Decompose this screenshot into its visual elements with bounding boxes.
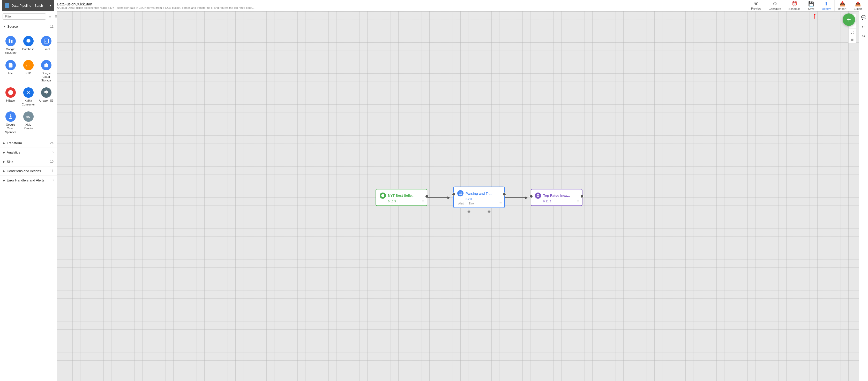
analytics-section-title: Analytics (7, 151, 52, 154)
pipeline-selector[interactable]: Data Pipeline - Batch ▾ (2, 0, 54, 11)
transform-node-card[interactable]: Parsing and Tr... 3.2.3 Alert Error ≡ (453, 187, 505, 208)
source-section-header[interactable]: ▼ Source 11 (0, 22, 57, 31)
plugin-gcs[interactable]: Google Cloud Storage (38, 58, 55, 85)
plugin-spanner[interactable]: Google Cloud Spanner (2, 109, 19, 136)
canvas-area[interactable]: + − ⛶ ⊞ 💬 ↩ ↪ NYT Best Selle... (57, 11, 868, 381)
source-node-version: 0.11.3 (388, 199, 423, 203)
grid-view-button[interactable]: ⊞ (53, 14, 57, 20)
transform-bottom-ports (454, 210, 504, 213)
svg-line-16 (29, 93, 30, 94)
transform-input-port[interactable] (452, 192, 456, 196)
source-node-card[interactable]: NYT Best Selle... 0.11.3 ≡ (376, 189, 427, 206)
alert-label: Alert (458, 202, 464, 205)
list-view-button[interactable]: ≡ (48, 14, 52, 20)
plugin-kafka[interactable]: Kafka Consumer (20, 85, 37, 108)
add-fab-button[interactable]: + (843, 13, 855, 26)
svg-point-18 (9, 116, 11, 117)
ftp-label: FTP (26, 71, 31, 75)
export-button[interactable]: 📤 Export (850, 0, 866, 11)
transform-node-version: 3.2.3 (466, 197, 501, 200)
hbase-label: HBase (6, 99, 15, 102)
svg-text:HB: HB (9, 92, 11, 94)
svg-rect-0 (8, 39, 10, 43)
transform-node-menu[interactable]: ≡ (499, 201, 502, 205)
excel-icon: X (41, 36, 52, 46)
sink-node-card[interactable]: Top Rated Inex... 0.11.3 ≡ (531, 189, 583, 206)
title-section: DataFusionQuickStart A Cloud Data Fusion… (54, 1, 747, 10)
fit-to-screen-button[interactable]: ⛶ (848, 29, 856, 36)
sink-section-title: Sink (7, 160, 50, 164)
svg-text:S3: S3 (45, 92, 47, 94)
app-desc: A Cloud Data Fusion pipeline that reads … (57, 6, 744, 9)
comment-button[interactable]: 💬 (860, 13, 867, 21)
svg-text:X: X (45, 40, 46, 43)
save-button[interactable]: 💾 Save (804, 0, 818, 11)
connector-line-1 (427, 197, 448, 197)
error-handlers-arrow-icon: ▶ (3, 179, 5, 182)
preview-button[interactable]: 👁 Preview (747, 0, 765, 11)
minimap-button[interactable]: ⊞ (848, 36, 856, 43)
main-layout: ≡ ⊞ « ▼ Source 11 Google BigQuery (0, 11, 868, 381)
filter-input[interactable] (3, 13, 46, 20)
plugin-hbase[interactable]: HB HBase (2, 85, 19, 108)
conditions-section-title: Conditions and Actions (7, 169, 50, 173)
excel-label: Excel (43, 47, 50, 51)
svg-text:XML: XML (26, 116, 30, 118)
error-port[interactable] (488, 210, 491, 213)
import-button[interactable]: 📥 Import (835, 0, 850, 11)
transform-section-header[interactable]: ▶ Transform 26 (0, 138, 57, 148)
plugin-bigquery[interactable]: Google BigQuery (2, 34, 19, 57)
sink-node-version: 0.11.3 (543, 199, 578, 203)
svg-line-15 (27, 93, 28, 94)
plugin-database[interactable]: Database (20, 34, 37, 57)
svg-point-8 (28, 92, 29, 94)
source-arrow-icon: ▼ (3, 25, 6, 28)
schedule-button[interactable]: ⏰ Schedule (785, 0, 804, 11)
deploy-label: Deploy (822, 7, 831, 10)
alert-port[interactable] (467, 210, 470, 213)
plugin-excel[interactable]: X Excel (38, 34, 55, 57)
import-label: Import (838, 7, 846, 10)
plugin-file[interactable]: File (2, 58, 19, 85)
sink-node-menu[interactable]: ≡ (577, 198, 579, 203)
configure-label: Configure (769, 7, 781, 10)
configure-button[interactable]: ⚙ Configure (765, 0, 785, 11)
transform-section-title: Transform (7, 141, 50, 145)
svg-rect-6 (45, 65, 47, 67)
configure-icon: ⚙ (773, 1, 777, 7)
error-handlers-section-header[interactable]: ▶ Error Handlers and Alerts 3 (0, 176, 57, 185)
pipeline-canvas: NYT Best Selle... 0.11.3 ≡ ▶ (376, 187, 583, 208)
transform-pipeline-node[interactable]: Parsing and Tr... 3.2.3 Alert Error ≡ (453, 187, 505, 208)
deploy-button[interactable]: ⬆ Deploy (818, 0, 835, 11)
spanner-label: Google Cloud Spanner (3, 123, 18, 134)
svg-line-13 (27, 91, 28, 92)
source-node-menu[interactable]: ≡ (422, 198, 424, 203)
sink-input-port[interactable] (529, 195, 533, 198)
source-pipeline-node[interactable]: NYT Best Selle... 0.11.3 ≡ (376, 189, 427, 206)
export-label: Export (854, 7, 862, 10)
sink-pipeline-node[interactable]: Top Rated Inex... 0.11.3 ≡ (531, 189, 583, 206)
analytics-section-header[interactable]: ▶ Analytics 5 (0, 148, 57, 157)
sidebar-content: ▼ Source 11 Google BigQuery Databa (0, 22, 57, 381)
source-section-count: 11 (50, 25, 54, 28)
connector-line-2 (505, 197, 526, 197)
conditions-section-header[interactable]: ▶ Conditions and Actions 11 (0, 166, 57, 176)
view-toggle: ≡ ⊞ (48, 14, 57, 20)
export-icon: 📤 (855, 1, 861, 7)
save-icon: 💾 (808, 1, 814, 7)
sink-section-header[interactable]: ▶ Sink 10 (0, 157, 57, 166)
error-handlers-section-title: Error Handlers and Alerts (7, 178, 52, 182)
svg-line-14 (29, 91, 30, 92)
pipeline-label: Data Pipeline - Batch (11, 4, 43, 7)
plugin-ftp[interactable]: FTP FTP (20, 58, 37, 85)
error-handlers-section-count: 3 (52, 178, 54, 182)
sink-output-port[interactable] (580, 195, 584, 198)
s3-icon: S3 (41, 87, 52, 98)
redo-button[interactable]: ↪ (860, 32, 867, 40)
plugin-s3[interactable]: S3 Amazon S3 (38, 85, 55, 108)
transform-section-count: 26 (50, 141, 54, 145)
source-node-icon (380, 192, 386, 198)
plugin-xml[interactable]: XML XML Reader (20, 109, 37, 136)
xml-icon: XML (23, 112, 34, 122)
undo-button[interactable]: ↩ (860, 23, 867, 31)
